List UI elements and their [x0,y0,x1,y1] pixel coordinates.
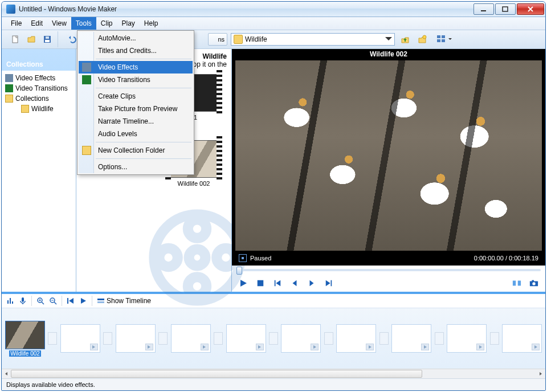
svg-rect-10 [442,39,445,42]
storyboard-transition-slot[interactable] [47,325,58,352]
storyboard-empty-slot[interactable] [447,324,487,353]
menu-tools[interactable]: Tools [71,17,96,30]
scroll-left-arrow[interactable] [2,369,11,378]
up-one-level-button[interactable] [398,32,412,46]
svg-point-13 [188,219,206,238]
tools-menu-item[interactable]: New Collection Folder [79,144,193,157]
prev-clip-button[interactable] [273,279,282,288]
menu-help[interactable]: Help [140,17,163,30]
folder-icon [234,35,243,44]
storyboard-empty-slot[interactable] [281,324,321,353]
clip-label: Wildlife 002 [178,180,210,187]
take-picture-button[interactable] [529,279,538,288]
seek-thumb[interactable] [236,267,242,275]
show-timeline-button[interactable]: Show Timeline [97,297,151,305]
sidebar-item-video-effects[interactable]: Video Effects [2,73,76,83]
storyboard-transition-slot[interactable] [489,325,500,352]
set-audio-levels-button[interactable] [6,297,14,305]
thumbnail-view-picker[interactable] [436,32,453,46]
menu-item-label: Take Picture from Preview [98,105,177,113]
storyboard-transition-slot[interactable] [213,325,224,352]
menu-file[interactable]: File [6,17,26,30]
split-clip-button[interactable] [512,279,521,288]
save-project-button[interactable] [40,32,54,46]
storyboard-empty-slot[interactable] [60,324,100,353]
window-close-button[interactable] [517,3,544,15]
tools-dropdown-menu: AutoMovie...Titles and Credits...Video E… [77,30,194,175]
sidebar-item-wildlife[interactable]: Wildlife [2,104,76,114]
storyboard-scrollbar[interactable] [2,369,545,378]
tools-menu-item[interactable]: AutoMovie... [79,32,193,44]
narrate-timeline-button[interactable] [19,297,27,305]
storyboard-transition-slot[interactable] [378,325,389,352]
storyboard-strip[interactable]: Wildlife 002 [2,308,545,369]
new-collection-folder-button[interactable] [415,32,429,46]
zoom-in-button[interactable] [36,297,44,305]
storyboard-empty-slot[interactable] [502,324,542,353]
window-maximize-button[interactable] [495,3,516,15]
rewind-storyboard-button[interactable] [67,297,75,305]
storyboard-transition-slot[interactable] [323,325,334,352]
tools-menu-item[interactable]: Narrate Timeline... [79,115,193,128]
storyboard-empty-slot[interactable] [116,324,156,353]
window-minimize-button[interactable] [473,3,494,15]
seek-bar[interactable] [232,266,545,275]
storyboard-toolbar: Show Timeline [2,294,545,308]
next-frame-button[interactable] [307,279,316,288]
tools-menu-item[interactable]: Titles and Credits... [79,44,193,57]
svg-point-23 [532,282,535,285]
storyboard-clip[interactable]: Wildlife 002 [5,321,45,357]
playback-state-icon [239,254,247,262]
chevron-down-icon [384,34,393,44]
storyboard-thumbnail [281,324,321,353]
new-project-button[interactable] [9,32,22,46]
svg-rect-24 [532,280,534,282]
storyboard-empty-slot[interactable] [391,324,431,353]
collections-sidebar: Collections Video Effects Video Transiti… [2,49,76,292]
play-storyboard-button[interactable] [79,297,87,305]
statusbar-text: Displays available video effects. [6,381,95,388]
svg-rect-30 [97,301,104,303]
tools-menu-item[interactable]: Video Effects [79,61,193,74]
next-clip-button[interactable] [324,279,333,288]
tools-menu-item[interactable]: Video Transitions [79,74,193,86]
tools-menu-item[interactable]: Create Clips [79,90,193,103]
folder-icon [21,105,29,113]
open-project-button[interactable] [25,32,38,46]
statusbar: Displays available video effects. [2,378,545,390]
video-canvas [235,60,542,251]
stop-button[interactable] [256,279,265,288]
app-icon [6,5,15,14]
storyboard-transition-slot[interactable] [434,325,444,352]
location-combobox[interactable]: Wildlife [231,33,395,46]
menu-play[interactable]: Play [117,17,140,30]
menu-clip[interactable]: Clip [96,17,117,30]
tools-menu-item[interactable]: Options... [79,161,193,173]
storyboard-thumbnail [447,324,487,353]
play-icon [82,75,91,84]
location-combobox-value: Wildlife [245,35,382,43]
storyboard-panel: Show Timeline Wildlife 002 [2,292,545,378]
svg-rect-4 [45,40,50,42]
collections-view-button-partial[interactable]: ns [208,33,227,46]
sidebar-item-video-transitions[interactable]: Video Transitions [2,83,76,93]
scrollbar-thumb[interactable] [11,370,422,378]
storyboard-transition-slot[interactable] [158,325,169,352]
sidebar-header: Collections [2,49,76,71]
storyboard-empty-slot[interactable] [226,324,266,353]
zoom-out-button[interactable] [49,297,57,305]
tools-menu-item[interactable]: Audio Levels [79,128,193,140]
sidebar-item-collections[interactable]: Collections [2,93,76,104]
storyboard-transition-slot[interactable] [103,325,113,352]
storyboard-empty-slot[interactable] [336,324,376,353]
prev-frame-button[interactable] [290,279,299,288]
tools-menu-item[interactable]: Take Picture from Preview [79,103,193,115]
svg-rect-19 [331,280,332,287]
svg-point-11 [154,214,240,300]
storyboard-empty-slot[interactable] [171,324,211,353]
scroll-right-arrow[interactable] [536,369,545,378]
storyboard-transition-slot[interactable] [268,325,279,352]
menu-view[interactable]: View [47,17,71,30]
svg-rect-17 [258,280,264,287]
menu-edit[interactable]: Edit [26,17,47,30]
